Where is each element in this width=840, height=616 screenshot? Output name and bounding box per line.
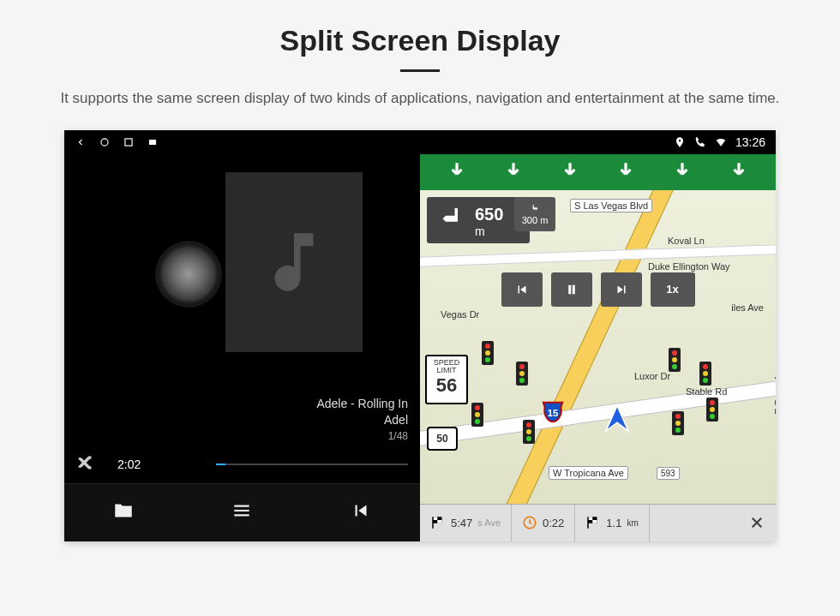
next-turn-panel[interactable]: 300 m [514, 197, 555, 231]
street-label: S Las Vegas Blvd [570, 199, 652, 212]
nav-media-controls: 1x [501, 272, 695, 307]
turn-right-icon [527, 203, 543, 215]
traffic-light-icon [706, 398, 718, 422]
street-label: W Tropicana Ave [549, 466, 628, 480]
interstate-shield-icon: 15 [540, 399, 566, 425]
street-label: iles Ave [728, 302, 767, 314]
turn-left-icon [434, 202, 470, 238]
close-nav-button[interactable] [738, 505, 776, 541]
screenshot-icon[interactable] [147, 136, 159, 148]
seek-bar[interactable] [216, 463, 408, 465]
lane-arrow-icon [671, 159, 693, 185]
trip-distance-value: 1.1 [606, 517, 621, 529]
traffic-light-icon [482, 341, 494, 365]
svg-rect-1 [125, 138, 132, 145]
back-icon[interactable] [75, 136, 87, 148]
svg-point-0 [101, 138, 108, 145]
album-art-area [64, 154, 420, 396]
svg-rect-10 [588, 517, 592, 520]
eta-segment[interactable]: 5:47 s Ave [420, 505, 512, 541]
eta-value: 5:47 [451, 517, 472, 529]
trip-distance-unit: km [627, 518, 638, 528]
device-frame: 13:26 Adele - Rolling In Adel 1/48 2:02 [64, 130, 776, 541]
clock: 13:26 [735, 135, 765, 149]
street-label: Luxor Dr [631, 370, 674, 382]
lane-arrow-icon [559, 159, 581, 185]
close-icon [749, 515, 765, 530]
trip-distance-segment[interactable]: 1.1 km [575, 505, 649, 541]
page-title: Split Screen Display [0, 24, 840, 57]
flag-icon [585, 515, 601, 530]
nav-bottom-bar: 5:47 s Ave 0:22 1.1 km [420, 504, 776, 541]
title-underline [400, 69, 440, 72]
previous-track-button[interactable] [350, 499, 372, 525]
nav-pause-button[interactable] [551, 272, 592, 307]
nav-next-button[interactable] [601, 272, 642, 307]
trip-time-value: 0:22 [543, 517, 564, 529]
recent-apps-icon[interactable] [123, 136, 135, 148]
svg-text:15: 15 [548, 407, 559, 417]
eta-street: s Ave [477, 517, 501, 528]
play-disc-button[interactable] [159, 244, 219, 304]
track-metadata: Adele - Rolling In Adel 1/48 [64, 396, 420, 449]
track-counter: 1/48 [64, 429, 408, 444]
svg-rect-7 [432, 517, 434, 529]
status-bar: 13:26 [64, 130, 776, 154]
svg-rect-2 [149, 140, 156, 145]
lane-arrow-icon [502, 159, 525, 185]
traffic-light-icon [699, 362, 711, 386]
street-label: Stable Rd [682, 386, 730, 398]
track-artist: Adel [64, 412, 408, 429]
svg-rect-12 [588, 517, 590, 529]
page-subtitle: It supports the same screen display of t… [43, 87, 797, 110]
traffic-light-icon [669, 348, 681, 372]
traffic-light-icon [516, 362, 528, 386]
music-note-icon [255, 224, 333, 301]
playlist-button[interactable] [231, 499, 253, 525]
street-label: Vegas Dr [437, 308, 483, 320]
traffic-light-icon [523, 420, 535, 444]
turn-distance: 650 [475, 205, 503, 224]
wifi-status-icon [715, 136, 727, 148]
player-bottom-bar [64, 483, 420, 541]
street-label: Duke Ellington Way [645, 260, 734, 272]
vehicle-cursor-icon [600, 403, 634, 437]
browse-button[interactable] [112, 499, 135, 525]
music-pane: Adele - Rolling In Adel 1/48 2:02 [64, 130, 420, 541]
flag-icon [430, 515, 446, 530]
album-art-placeholder [225, 172, 363, 352]
street-label: E Reno Ave [772, 362, 776, 418]
svg-rect-5 [433, 517, 437, 520]
street-label: Koval Ln [664, 235, 708, 247]
next-turn-unit: m [540, 215, 548, 225]
phone-status-icon [694, 136, 706, 148]
shuffle-button[interactable] [76, 454, 93, 475]
clock-icon [522, 515, 537, 530]
progress-row: 2:02 [64, 449, 420, 483]
navigation-pane: S Las Vegas Blvd Koval Ln Duke Ellington… [420, 130, 776, 541]
next-turn-distance: 300 [522, 215, 537, 225]
trip-time-segment[interactable]: 0:22 [512, 505, 575, 541]
map-canvas[interactable]: S Las Vegas Blvd Koval Ln Duke Ellington… [420, 190, 776, 504]
speed-limit-value: 56 [427, 375, 466, 396]
traffic-light-icon [471, 403, 483, 427]
nav-speed-button[interactable]: 1x [651, 272, 695, 307]
location-status-icon [674, 136, 686, 148]
lane-arrow-icon [446, 159, 468, 185]
turn-distance-unit: m [475, 224, 485, 238]
home-icon[interactable] [99, 136, 111, 148]
street-number-label: 593 [657, 467, 680, 480]
speed-limit-sign: SPEED LIMIT 56 [425, 355, 468, 404]
svg-rect-11 [593, 520, 597, 523]
track-title: Adele - Rolling In [64, 396, 408, 413]
svg-rect-6 [437, 520, 441, 523]
traffic-light-icon [672, 411, 684, 435]
lane-arrow-icon [728, 159, 750, 185]
lane-guidance-strip [420, 154, 776, 190]
elapsed-time: 2:02 [117, 458, 141, 471]
lane-arrow-icon [615, 159, 637, 185]
route-shield: 50 [427, 427, 458, 451]
nav-prev-button[interactable] [501, 272, 543, 307]
